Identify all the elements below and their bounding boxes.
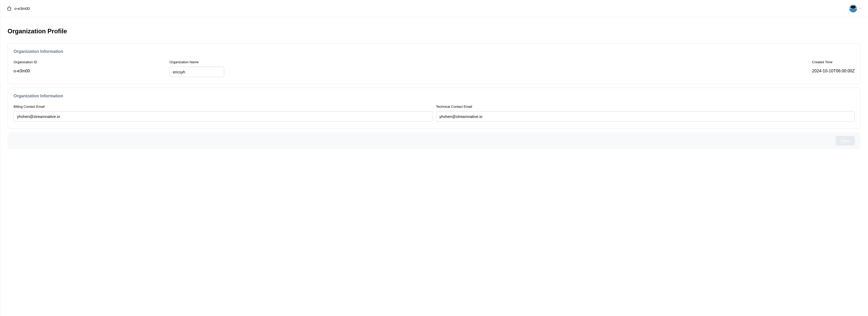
technical-email-label: Technical Contact Email xyxy=(436,105,855,109)
org-info-card-1: Organization Information Organization ID… xyxy=(7,43,861,84)
org-info-card-2: Organization Information Billing Contact… xyxy=(7,88,861,129)
created-time-field: Created Time 2024-10-10T06:00:00Z xyxy=(812,60,855,73)
org-name-label: Organization Name xyxy=(169,60,224,64)
created-time-value: 2024-10-10T06:00:00Z xyxy=(812,67,855,73)
billing-email-input[interactable] xyxy=(13,111,432,121)
billing-email-label: Billing Contact Email xyxy=(13,105,432,109)
content: Organization Profile Organization Inform… xyxy=(0,17,868,156)
org-id-field: Organization ID o-e3m00 xyxy=(13,60,169,73)
topbar: o-e3m00 xyxy=(0,0,868,17)
breadcrumb-org: o-e3m00 xyxy=(14,6,30,11)
technical-email-input[interactable] xyxy=(436,111,855,121)
avatar xyxy=(849,5,857,12)
user-menu[interactable] xyxy=(849,5,862,12)
org-name-field: Organization Name xyxy=(169,60,224,77)
org-id-label: Organization ID xyxy=(13,60,169,64)
card-title: Organization Information xyxy=(13,94,855,98)
org-name-input[interactable] xyxy=(169,67,224,77)
home-icon xyxy=(6,6,12,11)
breadcrumb[interactable]: o-e3m00 xyxy=(6,6,30,11)
save-button[interactable]: Save xyxy=(836,136,855,145)
created-time-label: Created Time xyxy=(812,60,855,64)
page-title: Organization Profile xyxy=(7,28,861,35)
org-id-value: o-e3m00 xyxy=(13,67,169,73)
user-area xyxy=(845,5,862,12)
chevron-down-icon xyxy=(859,6,862,11)
card-title: Organization Information xyxy=(13,49,855,54)
divider xyxy=(845,5,845,12)
technical-email-field: Technical Contact Email xyxy=(436,105,855,121)
billing-email-field: Billing Contact Email xyxy=(13,105,432,121)
footer-bar: Save xyxy=(7,132,861,149)
